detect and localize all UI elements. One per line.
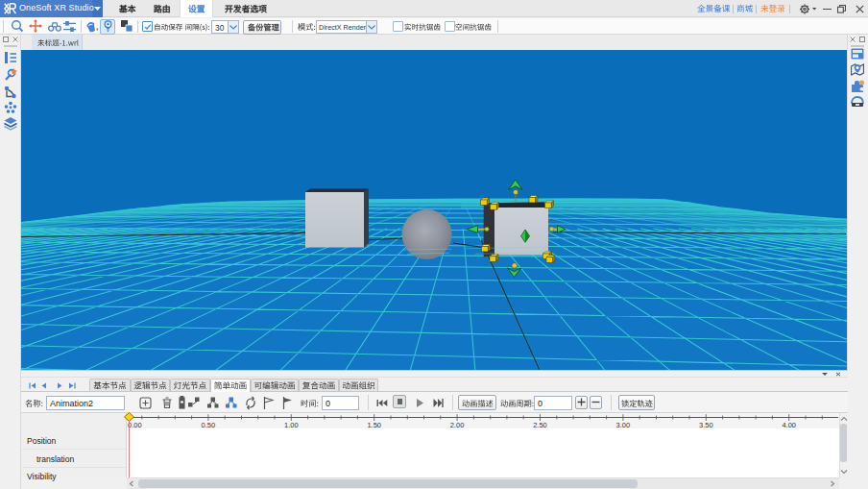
svg-text:1.00: 1.00 bbox=[284, 421, 299, 429]
svg-text:0.50: 0.50 bbox=[202, 421, 216, 429]
svg-text:3.00: 3.00 bbox=[616, 421, 631, 429]
svg-text:3.50: 3.50 bbox=[699, 421, 713, 429]
svg-text:2.00: 2.00 bbox=[450, 421, 465, 429]
svg-text:4.00: 4.00 bbox=[782, 421, 796, 429]
svg-text:1.50: 1.50 bbox=[367, 421, 381, 429]
svg-text:2.50: 2.50 bbox=[533, 421, 547, 429]
